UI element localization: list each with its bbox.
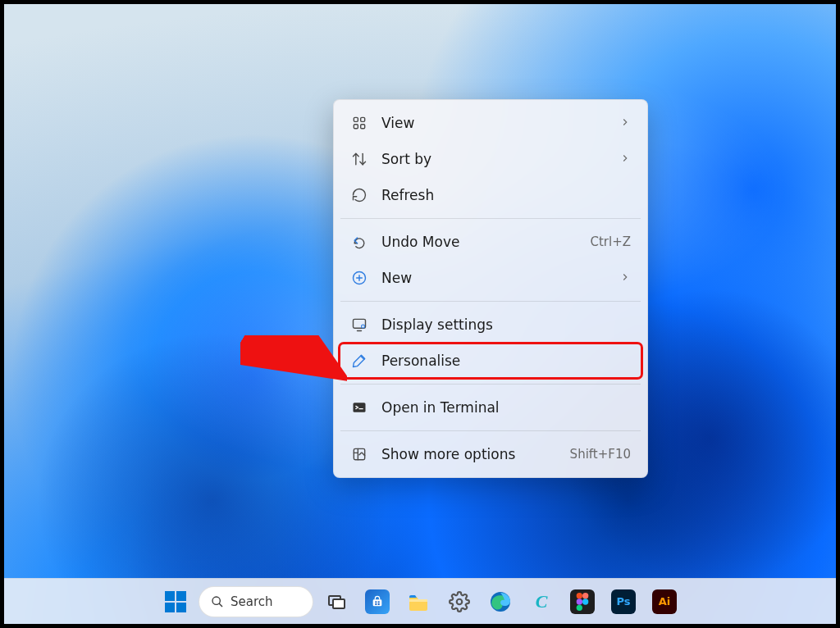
more-icon	[350, 445, 368, 463]
menu-item-label: Personalise	[381, 353, 460, 369]
copilot-button[interactable]: C	[523, 584, 559, 620]
menu-item-label: Undo Move	[381, 234, 459, 250]
menu-item-refresh[interactable]: Refresh	[339, 177, 642, 213]
brush-icon	[350, 352, 368, 370]
svg-rect-12	[333, 599, 345, 608]
file-explorer-icon	[406, 589, 431, 614]
svg-rect-13	[373, 599, 382, 606]
menu-item-label: Open in Terminal	[381, 399, 500, 416]
svg-point-21	[577, 593, 582, 598]
menu-separator	[340, 430, 641, 431]
figma-icon	[570, 589, 595, 614]
settings-button[interactable]	[441, 584, 477, 620]
menu-separator	[340, 301, 641, 302]
svg-rect-17	[378, 603, 380, 605]
menu-item-shortcut: Shift+F10	[570, 447, 631, 462]
refresh-icon	[350, 186, 368, 204]
menu-item-label: Show more options	[381, 446, 515, 462]
figma-button[interactable]	[564, 584, 600, 620]
menu-item-sort-by[interactable]: Sort by	[339, 141, 642, 177]
file-explorer-button[interactable]	[400, 584, 436, 620]
edge-button[interactable]	[482, 584, 518, 620]
copilot-icon: C	[529, 589, 554, 614]
svg-rect-3	[361, 125, 365, 129]
grid-icon	[350, 114, 368, 132]
chevron-right-icon	[619, 115, 631, 131]
menu-separator	[340, 384, 641, 385]
display-icon	[350, 316, 368, 334]
menu-item-undo-move[interactable]: Undo MoveCtrl+Z	[339, 224, 642, 260]
svg-rect-2	[354, 125, 358, 129]
illustrator-button[interactable]: Ai	[646, 584, 682, 620]
search-icon	[211, 595, 224, 608]
edge-icon	[488, 589, 513, 614]
store-icon	[365, 589, 390, 614]
taskbar: Search C Ps Ai	[4, 578, 836, 624]
undo-icon	[350, 233, 368, 251]
menu-item-label: Display settings	[381, 316, 493, 333]
svg-point-22	[582, 593, 588, 598]
menu-separator	[340, 218, 641, 219]
svg-point-24	[582, 598, 588, 604]
menu-item-personalise[interactable]: Personalise	[339, 343, 642, 379]
svg-rect-18	[409, 599, 427, 602]
chevron-right-icon	[619, 270, 631, 286]
task-view-button[interactable]	[318, 584, 354, 620]
svg-rect-14	[375, 601, 377, 603]
start-button[interactable]	[158, 584, 194, 620]
menu-item-show-more-options[interactable]: Show more optionsShift+F10	[339, 436, 642, 472]
terminal-icon	[350, 398, 368, 416]
gear-icon	[449, 591, 470, 612]
svg-line-10	[219, 603, 222, 607]
plus-icon	[350, 269, 368, 287]
microsoft-store-button[interactable]	[359, 584, 395, 620]
svg-point-23	[577, 598, 582, 604]
svg-point-9	[212, 597, 220, 604]
svg-rect-16	[375, 603, 377, 605]
search-label: Search	[231, 594, 273, 609]
photoshop-icon: Ps	[611, 589, 636, 614]
menu-item-label: New	[381, 270, 412, 286]
task-view-icon	[326, 592, 346, 612]
svg-rect-1	[361, 117, 365, 121]
menu-item-open-in-terminal[interactable]: Open in Terminal	[339, 389, 642, 425]
menu-item-label: Refresh	[381, 187, 434, 203]
svg-rect-7	[354, 403, 366, 412]
desktop-context-menu: ViewSort byRefreshUndo MoveCtrl+ZNewDisp…	[333, 99, 648, 478]
svg-point-19	[457, 598, 463, 604]
menu-item-view[interactable]: View	[339, 105, 642, 141]
svg-point-25	[577, 604, 582, 610]
chevron-right-icon	[619, 151, 631, 167]
menu-item-new[interactable]: New	[339, 260, 642, 296]
search-pill[interactable]: Search	[199, 586, 313, 617]
menu-item-label: Sort by	[381, 151, 431, 167]
menu-item-label: View	[381, 115, 414, 131]
illustrator-icon: Ai	[652, 589, 677, 614]
photoshop-button[interactable]: Ps	[605, 584, 641, 620]
svg-rect-15	[378, 601, 380, 603]
menu-item-shortcut: Ctrl+Z	[590, 234, 631, 249]
windows-logo-icon	[165, 591, 186, 612]
sort-icon	[350, 150, 368, 168]
svg-rect-0	[354, 117, 358, 121]
menu-item-display-settings[interactable]: Display settings	[339, 307, 642, 343]
